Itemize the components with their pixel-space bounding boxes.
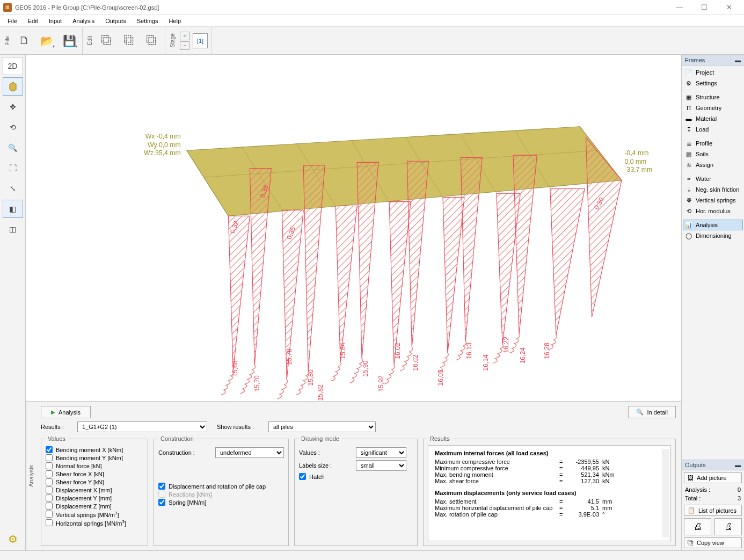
stage-marker[interactable]: [1]	[193, 33, 208, 48]
value-check-6[interactable]	[46, 494, 53, 501]
svg-text:-0,4 mm: -0,4 mm	[625, 149, 649, 157]
frame-item-neg-skin-friction[interactable]: ⇣Neg. skin friction	[683, 184, 743, 195]
construction-select[interactable]: undeformed	[215, 447, 284, 458]
title-bar: ▥ GEO5 2016 - Pile Group [C:\Pile-Group\…	[0, 0, 744, 15]
axes-button[interactable]: ⤡	[3, 179, 23, 198]
settings-gear-button[interactable]: ⚙	[3, 530, 23, 548]
frame-item-vertical-springs[interactable]: ⟱Vertical springs	[683, 195, 743, 206]
frame-item-structure[interactable]: ▦Structure	[683, 92, 743, 103]
outputs-header: Outputs▬	[682, 460, 744, 470]
view-3d-button[interactable]	[3, 77, 23, 96]
close-button[interactable]: ✕	[717, 1, 741, 14]
frame-icon: ▦	[685, 93, 692, 101]
frame-icon: Ⲡ	[685, 104, 692, 112]
view-front-button[interactable]: ◧	[3, 200, 23, 218]
menu-help[interactable]: Help	[163, 16, 186, 26]
add-picture-button[interactable]: 🖼Add picture	[684, 472, 742, 483]
value-check-8[interactable]	[46, 511, 53, 518]
svg-text:15,78: 15,78	[286, 348, 293, 365]
frame-item-material[interactable]: ▬Material	[683, 113, 743, 124]
results-select[interactable]: 1_G1+G2 (1)	[77, 421, 207, 432]
zoom-extents-button[interactable]: ⛶	[3, 159, 23, 177]
zoom-window-button[interactable]: 🔍	[3, 139, 23, 157]
spring-checkbox[interactable]	[158, 499, 165, 506]
frame-item-water[interactable]: ≈Water	[683, 173, 743, 184]
stage-remove-button[interactable]: －	[180, 41, 189, 50]
frame-item-profile[interactable]: ≣Profile	[683, 138, 743, 149]
svg-marker-24	[586, 137, 622, 317]
outputs-collapse-icon[interactable]: ▬	[735, 462, 741, 468]
values-mode-select[interactable]: significant	[356, 447, 406, 458]
menu-settings[interactable]: Settings	[132, 16, 164, 26]
frame-item-dimensioning[interactable]: ◯Dimensioning	[683, 230, 743, 241]
maximize-button[interactable]: ☐	[692, 1, 716, 14]
results-scrollbar[interactable]	[662, 449, 669, 537]
value-check-5[interactable]	[46, 486, 53, 493]
print-button-1[interactable]: 🖨	[684, 518, 711, 535]
orbit-button[interactable]: ⟲	[3, 118, 23, 136]
svg-marker-16	[357, 162, 378, 359]
open-file-button[interactable]: 📂	[37, 31, 56, 50]
frame-item-settings[interactable]: ⚙Settings	[683, 78, 743, 89]
view-2d-button[interactable]: 2D	[3, 57, 23, 75]
viewport-3d[interactable]: Wx -0,4 mm Wy 0,0 mm Wz 35,4 mm -0,4 mm …	[26, 55, 681, 401]
value-check-9[interactable]	[46, 519, 53, 526]
copy-button[interactable]: ⿻	[97, 31, 116, 50]
disp-rot-checkbox[interactable]	[158, 483, 165, 490]
menu-file[interactable]: File	[2, 16, 23, 26]
save-file-button[interactable]: 💾	[60, 31, 79, 50]
in-detail-button[interactable]: In detail	[628, 406, 676, 418]
frame-item-geometry[interactable]: ⲠGeometry	[683, 103, 743, 113]
frame-item-hor-modulus[interactable]: ⟲Hor. modulus	[683, 206, 743, 216]
svg-marker-19	[443, 198, 464, 353]
hatch-checkbox[interactable]	[299, 473, 306, 480]
labels-size-select[interactable]: small	[356, 460, 406, 471]
frame-item-soils[interactable]: ▨Soils	[683, 149, 743, 159]
value-check-4[interactable]	[46, 478, 53, 485]
menu-input[interactable]: Input	[43, 16, 67, 26]
svg-text:Wy 0,0 mm: Wy 0,0 mm	[148, 141, 181, 149]
menu-edit[interactable]: Edit	[23, 16, 43, 26]
paste-special-button[interactable]: ⿻	[142, 31, 162, 50]
minimize-button[interactable]: —	[668, 1, 691, 14]
frame-item-load[interactable]: ↧Load	[683, 124, 743, 135]
frame-item-analysis[interactable]: 📊Analysis	[683, 220, 743, 230]
view-wire-button[interactable]: ◫	[3, 220, 23, 238]
list-pictures-button[interactable]: 📋List of pictures	[684, 505, 742, 516]
window-title: GEO5 2016 - Pile Group [C:\Pile-Group\sc…	[15, 4, 668, 11]
pan-button[interactable]: ✥	[3, 98, 23, 116]
stage-add-button[interactable]: ＋	[180, 32, 189, 40]
list-icon: 📋	[688, 507, 695, 514]
svg-text:Wx -0,4 mm: Wx -0,4 mm	[145, 133, 181, 140]
value-check-2[interactable]	[46, 462, 53, 469]
value-check-0[interactable]	[46, 446, 53, 453]
show-results-select[interactable]: all piles	[268, 421, 376, 432]
frame-item-assign[interactable]: ≋Assign	[683, 159, 743, 170]
paste-button[interactable]: ⿻	[120, 31, 139, 50]
frame-icon: ≋	[685, 161, 692, 169]
new-file-button[interactable]: 🗋	[14, 31, 34, 50]
add-picture-icon: 🖼	[688, 475, 694, 481]
svg-text:16,14: 16,14	[482, 354, 490, 371]
value-check-1[interactable]	[46, 454, 53, 461]
frame-icon: 📊	[685, 221, 692, 229]
frame-icon: ≣	[685, 140, 692, 147]
frame-icon: ≈	[685, 175, 692, 183]
svg-marker-20	[461, 158, 482, 341]
svg-text:16,02: 16,02	[394, 343, 402, 359]
print-button-2[interactable]: 🖨	[714, 518, 742, 535]
svg-text:0,0 mm: 0,0 mm	[625, 158, 647, 165]
run-analysis-button[interactable]: Analysis	[41, 406, 91, 418]
menu-analysis[interactable]: Analysis	[67, 16, 100, 26]
frame-icon: ▨	[685, 150, 692, 158]
value-check-7[interactable]	[46, 503, 53, 510]
frame-item-project[interactable]: 📄Project	[683, 67, 743, 78]
copy-view-button[interactable]: ⿻Copy view	[684, 537, 742, 548]
svg-text:16,22: 16,22	[502, 337, 510, 353]
frames-collapse-icon[interactable]: ▬	[735, 57, 741, 63]
value-check-3[interactable]	[46, 470, 53, 477]
svg-text:16,03: 16,03	[437, 369, 444, 386]
reactions-checkbox	[158, 491, 165, 498]
menu-outputs[interactable]: Outputs	[100, 16, 132, 26]
svg-marker-23	[550, 188, 585, 335]
